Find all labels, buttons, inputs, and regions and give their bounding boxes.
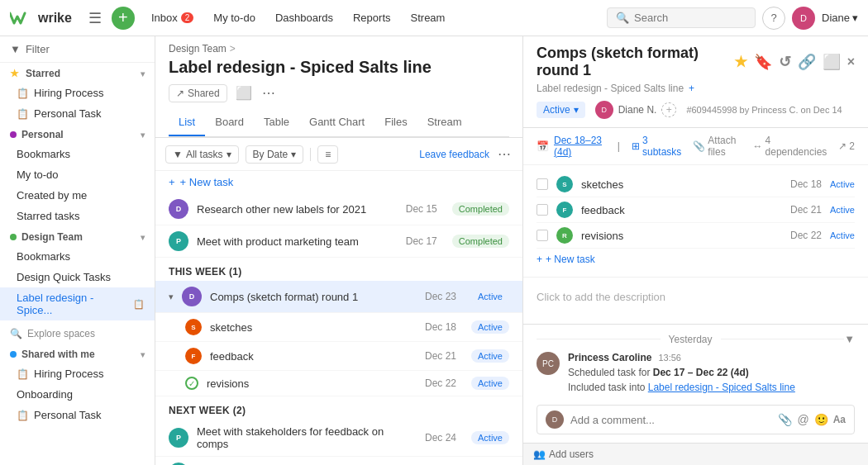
table-row[interactable]: ▾ D Comps (sketch format) round 1 Dec 23… (155, 281, 522, 313)
task-header-actions: ↗ Shared ⬜ ⋯ (169, 83, 509, 102)
dashboards-link[interactable]: Dashboards (269, 8, 340, 27)
all-tasks-filter[interactable]: ▼ All tasks ▾ (165, 145, 239, 164)
attachment-icon[interactable]: 📎 (778, 413, 792, 426)
sidebar-item-label-redesign[interactable]: Label redesign - Spice... 📋 (0, 287, 155, 320)
task-list-panel: Design Team > Label redesign - Spiced Sa… (155, 36, 523, 465)
plus-icon[interactable]: + (689, 83, 694, 94)
description-placeholder[interactable]: Click to add the description (537, 291, 855, 303)
shared-with-me-header[interactable]: Shared with me ▾ (0, 344, 155, 363)
list-item[interactable]: R revisions Dec 22 Active (537, 223, 855, 249)
tab-board[interactable]: Board (205, 109, 254, 136)
view-options-button[interactable]: ≡ (317, 145, 338, 164)
status-badge: Completed (452, 202, 509, 216)
more-options-icon[interactable]: ⋯ (260, 83, 277, 102)
users-icon: 👥 (533, 448, 546, 460)
sidebar-item-hiring-process-shared[interactable]: 📋 Hiring Process (0, 363, 155, 384)
hamburger-icon[interactable]: ☰ (85, 6, 105, 31)
sidebar-item-personal-task-shared[interactable]: 📋 Personal Task (0, 405, 155, 425)
text-format-icon[interactable]: Aa (833, 414, 846, 425)
table-row[interactable]: P Meet with stakeholders for feedback on… (155, 420, 522, 457)
design-team-header[interactable]: Design Team ▾ (0, 226, 155, 246)
logo[interactable]: wrike (10, 9, 72, 27)
comment-text: Scheduled task for Dec 17 – Dec 22 (4d) … (568, 365, 855, 395)
subtask-checkbox[interactable] (537, 178, 548, 190)
list-item[interactable]: S sketches Dec 18 Active (537, 172, 855, 197)
comment-project-link[interactable]: Label redesign - Spiced Salts line (648, 382, 795, 393)
leave-feedback-button[interactable]: Leave feedback (419, 149, 489, 160)
filter-button[interactable]: ▼ Filter (0, 36, 155, 63)
table-row[interactable]: D Research other new labels for 2021 Dec… (155, 193, 522, 225)
history-icon[interactable]: ↺ (779, 53, 791, 71)
reports-link[interactable]: Reports (346, 8, 398, 27)
comment-date-range: Dec 17 – Dec 22 (4d) (653, 367, 749, 378)
subtask-checkbox[interactable] (537, 230, 548, 241)
table-row[interactable]: S sketches Dec 18 Active (155, 313, 522, 342)
sidebar-item-mytodo[interactable]: My to-do (0, 164, 155, 185)
table-row[interactable]: ✓ revisions Dec 22 Active (155, 371, 522, 396)
external-link-icon[interactable]: ⬜ (823, 53, 841, 71)
subtask-checkbox[interactable] (537, 204, 548, 216)
star-icon[interactable]: ★ (734, 53, 747, 71)
expand-icon[interactable]: ⬜ (234, 83, 254, 102)
sidebar-item-bookmarks-personal[interactable]: Bookmarks (0, 144, 155, 164)
sidebar-item-personal-task-starred[interactable]: 📋 Personal Task (0, 103, 155, 124)
sidebar-item-onboarding[interactable]: Onboarding (0, 384, 155, 405)
mytodo-link[interactable]: My to-do (207, 8, 262, 27)
search-input[interactable] (634, 12, 733, 24)
status-dropdown[interactable]: Active ▾ (537, 102, 585, 118)
share-count[interactable]: ↗ 2 (838, 140, 855, 152)
emoji-icon[interactable]: 🙂 (814, 413, 828, 426)
tab-gantt-chart[interactable]: Gantt Chart (299, 109, 374, 136)
shared-button[interactable]: ↗ Shared (169, 84, 227, 102)
sidebar-item-bookmarks-design[interactable]: Bookmarks (0, 246, 155, 267)
comment-input[interactable] (570, 414, 771, 426)
help-button[interactable]: ? (762, 7, 785, 30)
avatar[interactable]: D (792, 7, 815, 30)
new-task-button[interactable]: + + New task (155, 171, 522, 193)
tab-list[interactable]: List (169, 109, 205, 136)
top-navigation: wrike ☰ + Inbox 2 My to-do Dashboards Re… (0, 0, 868, 36)
inbox-link[interactable]: Inbox 2 (145, 8, 200, 27)
date-range[interactable]: Dec 18–23 (4d) (554, 135, 606, 158)
tab-files[interactable]: Files (374, 109, 417, 136)
task-tabs: List Board Table Gantt Chart Files Strea… (169, 109, 509, 137)
table-row[interactable]: P Meet with product marketing team Dec 1… (155, 225, 522, 258)
dependencies-link[interactable]: ↔ 4 dependencies (753, 135, 827, 158)
add-assignee-button[interactable]: + (661, 102, 676, 117)
tab-table[interactable]: Table (254, 109, 299, 136)
sidebar-item-created-by-me[interactable]: Created by me (0, 185, 155, 206)
status-badge: Active (471, 431, 509, 444)
table-row[interactable]: P Revisions - Comps round 2 Jan 1, 2021 … (155, 457, 522, 465)
bookmark-icon[interactable]: 🔖 (754, 53, 772, 71)
tab-stream[interactable]: Stream (417, 109, 472, 136)
by-date-filter[interactable]: By Date ▾ (246, 145, 304, 164)
chevron-down-icon: ▾ (141, 69, 145, 78)
sidebar-item-design-quick-tasks[interactable]: Design Quick Tasks (0, 267, 155, 287)
list-item[interactable]: F feedback Dec 21 Active (537, 197, 855, 223)
attach-button[interactable]: 📎 Attach files (693, 135, 741, 158)
sidebar-item-hiring-process-starred[interactable]: 📋 Hiring Process (0, 83, 155, 103)
chevron-down-icon: ▾ (291, 149, 296, 160)
more-toolbar-options-icon[interactable]: ⋯ (496, 145, 513, 164)
starred-header[interactable]: ★ Starred ▾ (0, 63, 155, 83)
user-name[interactable]: Diane ▾ (822, 12, 858, 24)
add-users-button[interactable]: 👥 Add users (523, 443, 868, 465)
personal-header[interactable]: Personal ▾ (0, 124, 155, 144)
status-badge: Active (471, 320, 509, 334)
subtasks-link[interactable]: ⊞ 3 subtasks (632, 135, 681, 158)
page-title: Label redesign - Spiced Salts line (169, 58, 509, 77)
link-icon[interactable]: 🔗 (798, 53, 816, 71)
mention-icon[interactable]: @ (797, 413, 808, 426)
stream-link[interactable]: Stream (404, 8, 452, 27)
explore-spaces-button[interactable]: 🔍 Explore spaces (0, 324, 155, 344)
table-row[interactable]: F feedback Dec 21 Active (155, 342, 522, 371)
search-icon: 🔍 (616, 12, 629, 24)
comment-avatar: PC (537, 352, 560, 375)
create-button[interactable]: + (112, 7, 135, 30)
description-area[interactable]: Click to add the description (523, 278, 868, 324)
sidebar-item-starred-tasks[interactable]: Starred tasks (0, 206, 155, 226)
assignee-info: D Diane N. + (595, 101, 677, 119)
close-icon[interactable]: × (847, 55, 855, 69)
new-subtask-button[interactable]: + + New task (537, 249, 855, 270)
filter-icon[interactable]: ▼ (844, 333, 855, 345)
